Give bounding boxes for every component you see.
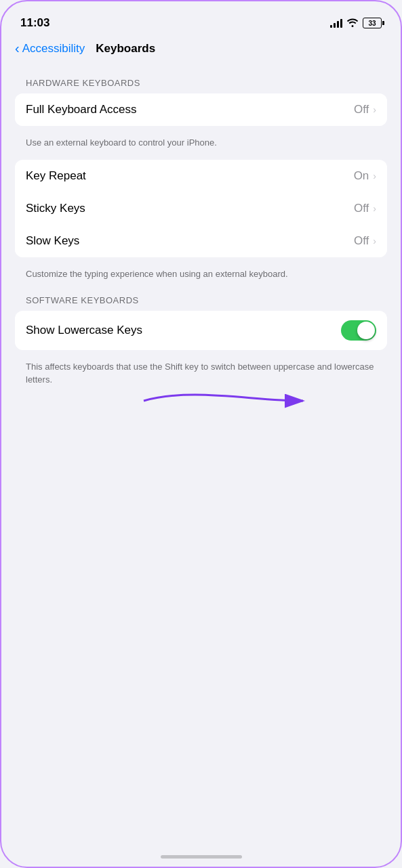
toggle-thumb [357,322,375,339]
full-keyboard-access-label: Full Keyboard Access [26,103,136,116]
nav-bar: ‹ Accessibility Keyboards [1,35,401,64]
back-button[interactable]: ‹ Accessibility [15,41,85,56]
full-keyboard-access-card: Full Keyboard Access Off › [15,93,387,126]
status-time: 11:03 [20,16,49,30]
full-keyboard-access-caption: Use an external keyboard to control your… [15,131,387,152]
status-icons: 33 [330,18,382,29]
chevron-right-icon: › [373,236,376,246]
chevron-right-icon: › [373,203,376,214]
sticky-keys-value: Off › [354,202,376,215]
software-section-label: SOFTWARE KEYBOARDS [15,295,387,305]
keyboard-options-caption: Customize the typing experience when usi… [15,263,387,283]
back-label: Accessibility [22,42,85,56]
key-repeat-item[interactable]: Key Repeat On › [15,160,387,192]
show-lowercase-keys-caption: This affects keyboards that use the Shif… [15,355,387,388]
keyboard-options-card: Key Repeat On › Sticky Keys Off › Slow K… [15,160,387,257]
chevron-left-icon: ‹ [15,41,20,56]
show-lowercase-keys-label: Show Lowercase Keys [26,324,142,337]
home-indicator [161,855,242,859]
signal-icon [330,18,342,28]
sticky-keys-item[interactable]: Sticky Keys Off › [15,192,387,225]
status-bar: 11:03 33 [1,1,401,35]
key-repeat-value: On › [354,169,376,183]
slow-keys-value: Off › [354,234,376,248]
slow-keys-item[interactable]: Slow Keys Off › [15,225,387,257]
wifi-icon [346,18,359,29]
show-lowercase-keys-card: Show Lowercase Keys [15,311,387,350]
show-lowercase-keys-item: Show Lowercase Keys [15,311,387,350]
chevron-right-icon: › [373,171,376,181]
battery-icon: 33 [363,18,382,28]
full-keyboard-access-value: Off › [354,103,376,116]
hardware-section-label: HARDWARE KEYBOARDS [15,78,387,88]
sticky-keys-label: Sticky Keys [26,202,85,215]
full-keyboard-access-item[interactable]: Full Keyboard Access Off › [15,93,387,126]
key-repeat-label: Key Repeat [26,169,86,183]
chevron-right-icon: › [373,104,376,115]
toggle-track [341,320,376,341]
show-lowercase-keys-toggle[interactable] [341,320,376,341]
content: HARDWARE KEYBOARDS Full Keyboard Access … [1,78,401,389]
page-title: Keyboards [96,42,155,56]
slow-keys-label: Slow Keys [26,234,79,248]
